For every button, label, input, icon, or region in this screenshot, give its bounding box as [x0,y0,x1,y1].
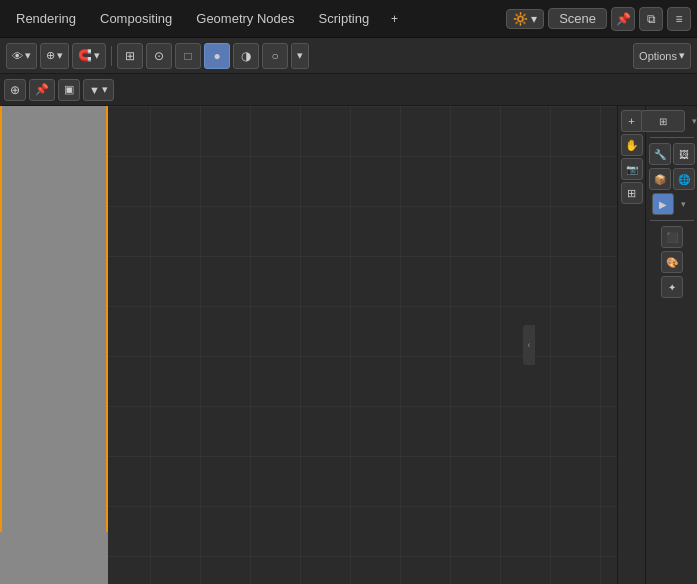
main-area: ‹ + ✋ 📷 ⊞ ⊞ ▾ 🔧 [0,106,697,584]
transform-icon: ⊕ [46,49,55,62]
material-icon: ◑ [241,49,251,63]
select-mode-btn[interactable]: ⊕ [4,79,26,101]
scene-props-btn[interactable]: 📦 [649,168,671,190]
view-settings-icon: ⊞ [659,116,667,127]
left-panel-bottom [0,532,108,584]
far-right-separator-1 [650,137,694,138]
pin-button[interactable]: 📌 [611,7,635,31]
frame-btn[interactable]: ▣ [58,79,80,101]
viewport-icon: ⊞ [125,49,135,63]
left-panel-inner [0,106,108,532]
node-editor-canvas[interactable]: ‹ [0,106,617,584]
scene-dropdown-arrow: ▾ [531,12,537,26]
tools-icon: 🔧 [654,149,666,160]
pin-icon: 📌 [616,12,631,26]
far-right-separator-2 [650,220,694,221]
active-row: ▶ ▾ [652,193,692,215]
material-btn[interactable]: ◑ [233,43,259,69]
overflow-icon: ≡ [675,12,682,26]
snap-dropdown: ▾ [94,49,100,62]
transform-btn[interactable]: ⊕ ▾ [40,43,69,69]
scene-area: 🔆 ▾ Scene 📌 ⧉ ≡ [506,7,691,31]
properties-panel: ⊞ ▾ 🔧 🖼 📦 🌐 ▶ ▾ [645,106,697,584]
active-props-btn[interactable]: ▶ [652,193,674,215]
scene-name-label: Scene [559,11,596,26]
grid-tool-btn[interactable]: ⊞ [621,182,643,204]
right-toolbar: + ✋ 📷 ⊞ [617,106,645,584]
view-icon: 👁 [12,50,23,62]
scene-props-icon: 📦 [654,174,666,185]
filter-icon: ▼ [89,84,100,96]
toolbar-separator-1 [111,46,112,66]
camera-tool-btn[interactable]: 📷 [621,158,643,180]
filter-btn[interactable]: ▼ ▾ [83,79,114,101]
far-right-top-row: ⊞ ▾ [641,110,698,132]
solid-icon: ● [213,49,220,63]
shading-dropdown-icon: ▾ [297,49,303,62]
panel-arrow-down[interactable]: ▾ [687,110,698,132]
world-props-icon: 🌐 [678,174,690,185]
filter-dropdown: ▾ [102,83,108,96]
object-row: ⬛ [661,226,683,248]
top-menu-bar: Rendering Compositing Geometry Nodes Scr… [0,0,697,38]
scene-mode-icon: 🔆 [513,12,528,26]
pan-icon: ✋ [625,139,639,152]
material-row: 🎨 [661,251,683,273]
view-settings-btn[interactable]: ⊞ [641,110,685,132]
scene-row: 📦 🌐 [649,168,695,190]
render-btn[interactable]: ○ [262,43,288,69]
options-btn[interactable]: Options ▾ [633,43,691,69]
options-dropdown-icon: ▾ [679,49,685,62]
viewport-toolbar: 👁 ▾ ⊕ ▾ 🧲 ▾ ⊞ ⊙ □ ● ◑ ○ ▾ Options ▾ [0,38,697,74]
scene-icon-button[interactable]: 🔆 ▾ [506,9,544,29]
particles-row: ✦ [661,276,683,298]
snap-btn[interactable]: 🧲 ▾ [72,43,106,69]
menu-item-rendering[interactable]: Rendering [6,7,86,30]
world-props-btn[interactable]: 🌐 [673,168,695,190]
particles-props-icon: ✦ [668,282,676,293]
render-icon: ○ [271,49,278,63]
render-props-icon: 🖼 [679,149,689,160]
view-dropdown: ▾ [25,49,31,62]
material-props-btn[interactable]: 🎨 [661,251,683,273]
pin-node-icon: 📌 [35,83,49,96]
shading-dropdown-btn[interactable]: ▾ [291,43,309,69]
overlay-btn[interactable]: ⊙ [146,43,172,69]
grid-icon: ⊞ [627,187,636,200]
solid-btn[interactable]: ● [204,43,230,69]
menu-item-compositing[interactable]: Compositing [90,7,182,30]
menu-item-scripting[interactable]: Scripting [309,7,380,30]
object-props-icon: ⬛ [666,232,678,243]
pin-node-btn[interactable]: 📌 [29,79,55,101]
material-props-icon: 🎨 [666,257,678,268]
scene-name-button[interactable]: Scene [548,8,607,29]
node-toolbar: ⊕ 📌 ▣ ▼ ▾ [0,74,697,106]
panel-collapse-handle[interactable]: ‹ [523,325,535,365]
view-menu-btn[interactable]: 👁 ▾ [6,43,37,69]
cursor-icon: ⊕ [10,83,20,97]
snap-icon: 🧲 [78,49,92,62]
particles-props-btn[interactable]: ✦ [661,276,683,298]
options-label: Options [639,50,677,62]
camera-icon: 📷 [626,164,638,175]
add-workspace-button[interactable]: + [383,8,406,30]
wireframe-icon: □ [184,49,191,63]
left-panel [0,106,108,584]
object-props-btn[interactable]: ⬛ [661,226,683,248]
active-props-icon: ▶ [659,199,667,210]
wireframe-btn[interactable]: □ [175,43,201,69]
menu-item-geometry-nodes[interactable]: Geometry Nodes [186,7,304,30]
tools-btn[interactable]: 🔧 [649,143,671,165]
transform-dropdown: ▾ [57,49,63,62]
overflow-button[interactable]: ≡ [667,7,691,31]
pan-tool-btn[interactable]: ✋ [621,134,643,156]
viewport-toggle-btn[interactable]: ⊞ [117,43,143,69]
collapse-arrow-icon: ‹ [528,340,531,350]
add-node-btn[interactable]: + [621,110,643,132]
frame-icon: ▣ [64,83,74,96]
panel-arrow-right[interactable]: ▾ [676,193,692,215]
render-props-btn[interactable]: 🖼 [673,143,695,165]
tools-row: 🔧 🖼 [649,143,695,165]
copy-button[interactable]: ⧉ [639,7,663,31]
overlay-icon: ⊙ [154,49,164,63]
